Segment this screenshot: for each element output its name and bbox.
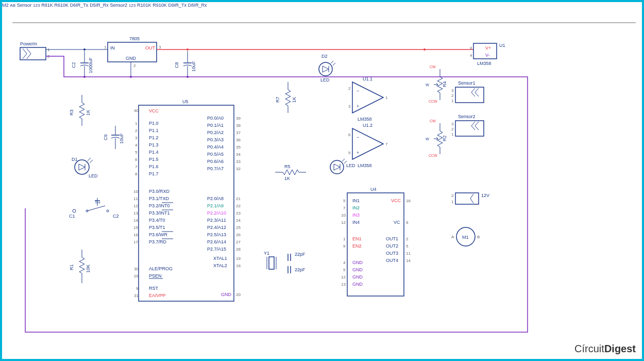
crystal-y1: Y1 22pF 22pF (264, 251, 306, 273)
svg-text:OUT3: OUT3 (386, 251, 398, 256)
svg-text:LM358: LM358 (358, 163, 372, 168)
svg-point-43 (73, 209, 76, 212)
svg-text:5: 5 (135, 150, 138, 155)
svg-text:22pF: 22pF (295, 267, 306, 272)
resistor-r5: R51K (275, 164, 306, 181)
svg-rect-137 (269, 257, 274, 269)
svg-text:IN1: IN1 (352, 198, 360, 203)
svg-text:EN1: EN1 (352, 236, 362, 241)
svg-text:R3: R3 (69, 109, 74, 116)
svg-text:GND: GND (352, 267, 363, 272)
svg-text:LED: LED (89, 173, 98, 178)
svg-text:CCW: CCW (429, 154, 437, 157)
connector-sensor1: Sensor1 321 (451, 80, 484, 103)
svg-text:P1.4: P1.4 (149, 150, 159, 155)
svg-text:P2.7/A15: P2.7/A15 (207, 247, 226, 252)
svg-text:M1: M1 (462, 235, 469, 240)
svg-text:IN: IN (110, 45, 115, 51)
power-in-label: PowerIn (20, 41, 37, 46)
svg-text:6: 6 (135, 157, 138, 162)
led-d2: D2LED (319, 54, 335, 83)
svg-text:ALE/PROG: ALE/PROG (149, 266, 173, 271)
svg-point-42 (107, 210, 109, 212)
svg-text:R5: R5 (284, 164, 291, 169)
svg-text:4: 4 (343, 260, 346, 265)
svg-text:XTAL1: XTAL1 (213, 256, 227, 261)
cap-c9: C9 10uF (103, 126, 124, 149)
svg-text:D1: D1 (72, 157, 78, 162)
svg-text:GND: GND (352, 274, 363, 280)
svg-text:A: A (451, 235, 454, 239)
svg-text:P2.1/A9: P2.1/A9 (207, 203, 224, 208)
motor-m1: M1 AB (451, 227, 480, 246)
svg-text:P1.5: P1.5 (149, 157, 159, 162)
svg-rect-237 (455, 193, 479, 204)
svg-text:2: 2 (135, 128, 138, 133)
svg-text:P3.1/TXD: P3.1/TXD (149, 196, 170, 201)
svg-text:GND: GND (352, 260, 363, 265)
svg-text:8: 8 (470, 46, 472, 51)
watermark-logo: CírcuitDigest (574, 343, 636, 355)
svg-text:GND: GND (352, 282, 363, 287)
svg-text:P0.2/A2: P0.2/A2 (207, 130, 224, 135)
svg-text:1: 1 (135, 121, 138, 126)
svg-point-22 (83, 48, 86, 51)
regulator-7805: 7805 IN OUT GND 132 (104, 36, 161, 68)
svg-text:LED: LED (346, 163, 355, 168)
svg-text:P3.5/T1: P3.5/T1 (149, 225, 165, 230)
svg-text:IN2: IN2 (352, 205, 360, 210)
svg-text:W: W (426, 137, 429, 141)
svg-text:1: 1 (343, 237, 346, 241)
svg-text:5: 5 (348, 151, 351, 155)
svg-text:25: 25 (236, 225, 241, 230)
svg-text:13: 13 (341, 282, 346, 287)
resistor-r1: R1 10K (69, 250, 91, 283)
svg-text:16: 16 (406, 199, 411, 203)
svg-text:Sensor2: Sensor2 (458, 114, 476, 119)
svg-text:1K: 1K (284, 176, 290, 181)
svg-text:GND: GND (126, 56, 137, 61)
svg-text:17: 17 (133, 240, 138, 244)
svg-text:28: 28 (236, 247, 241, 252)
cap-c8: C8 10uF (174, 51, 196, 77)
svg-text:31: 31 (134, 293, 139, 298)
svg-text:LM358: LM358 (358, 117, 372, 122)
svg-point-24 (423, 48, 426, 51)
svg-text:1: 1 (385, 95, 388, 100)
cap-c2: C2 1000uF (71, 51, 93, 77)
svg-text:3: 3 (451, 88, 454, 93)
svg-text:C9: C9 (103, 134, 108, 140)
svg-text:LED: LED (320, 77, 330, 83)
svg-text:39: 39 (236, 116, 241, 121)
svg-text:7: 7 (135, 165, 138, 169)
svg-text:R1: R1 (69, 264, 74, 270)
svg-text:CW: CW (430, 119, 436, 123)
svg-text:4: 4 (470, 53, 472, 58)
svg-text:1K: 1K (292, 97, 297, 103)
svg-text:VCC: VCC (391, 198, 401, 203)
svg-text:S1: S1 (95, 199, 100, 204)
svg-text:7: 7 (385, 142, 388, 146)
svg-text:6: 6 (348, 133, 351, 137)
svg-point-25 (130, 76, 132, 78)
svg-text:U5: U5 (182, 99, 189, 104)
svg-text:P3.7/RD: P3.7/RD (149, 239, 167, 244)
resistor-r7: R71K (275, 82, 297, 113)
svg-text:CCW: CCW (429, 100, 437, 103)
connector-sensor2: Sensor2 321 (451, 114, 484, 137)
svg-text:7: 7 (343, 206, 346, 210)
svg-text:P2.5/A13: P2.5/A13 (207, 232, 226, 237)
resistor-r3: R3 1K (69, 95, 91, 126)
svg-text:C2: C2 (71, 62, 76, 68)
svg-rect-193 (455, 87, 484, 103)
svg-text:V-: V- (485, 53, 490, 58)
svg-text:40: 40 (134, 108, 139, 113)
svg-text:1: 1 (451, 99, 454, 103)
svg-text:P0.1/A1: P0.1/A1 (207, 123, 224, 128)
svg-text:−: − (357, 135, 359, 140)
svg-text:P2.0/A8: P2.0/A8 (207, 196, 224, 201)
svg-text:30: 30 (134, 267, 139, 271)
svg-text:11: 11 (133, 196, 138, 201)
svg-text:2: 2 (348, 86, 351, 91)
svg-text:22pF: 22pF (295, 252, 306, 257)
